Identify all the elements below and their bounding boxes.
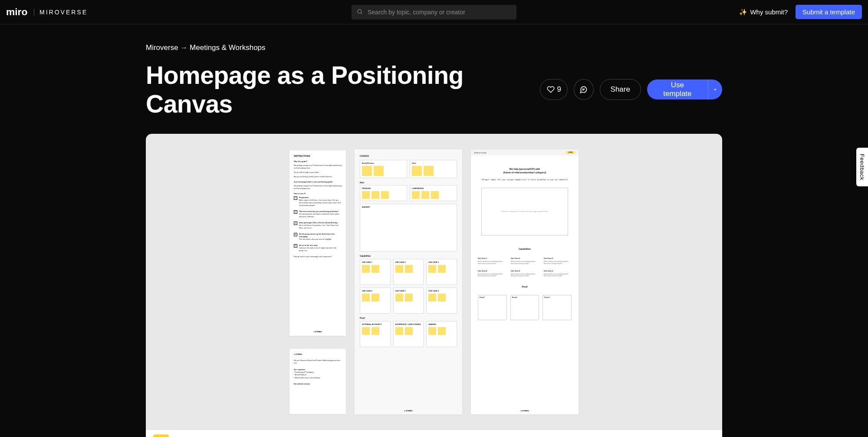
step-num: 4 (294, 233, 297, 236)
step: 2Take the canvas by your positioning wor… (294, 210, 342, 218)
header: miro MIROVERSE ✨ Why submit? Submit a te… (0, 0, 868, 24)
symbio-brand: ● SYMBIO (294, 353, 342, 356)
why-p1: Not getting enough trust? Sometimes it's… (294, 164, 342, 169)
hp-product-name: [Product name] (474, 152, 486, 154)
breadcrumb: Miroverse → Meetings & Workshops (146, 43, 722, 52)
symbio-panel[interactable]: ● SYMBIO We are Ukrainian Brand and Prod… (289, 349, 346, 414)
sparkle-icon: ✨ (739, 8, 747, 16)
pos-p: Not getting enough trust? Sometimes it's… (294, 185, 342, 190)
step-num: 1 (294, 196, 297, 200)
step-p: Continue, the work is fun. It might also… (299, 247, 342, 252)
logo[interactable]: miro MIROVERSE (6, 6, 88, 18)
hp-uc-desc: A short sentence or two clarifying what … (478, 273, 506, 277)
why-submit-link[interactable]: ✨ Why submit? (739, 8, 788, 16)
search-bar[interactable] (352, 5, 516, 20)
instructions-panel[interactable]: INSTRUCTIONS Why this guide? Not getting… (289, 150, 346, 336)
how-heading: How to use it? (294, 192, 342, 195)
like-button[interactable]: 9 (540, 79, 568, 100)
cap-title: USE CASE 5 (395, 290, 422, 292)
hp-uc-desc: A short sentence or two clarifying what … (544, 273, 572, 277)
title-row: Homepage as a Positioning Canvas 9 Share… (146, 61, 722, 118)
svg-text:miro: miro (6, 6, 27, 17)
symbio-p1: We are Ukrainian Brand and Product Marke… (294, 359, 342, 365)
breadcrumb-arrow: → (180, 43, 187, 52)
hp-header: [Product name] [CTA] (471, 149, 579, 156)
miro-logo-icon: miro (6, 6, 30, 18)
proof-box: EXPERIENCE / CASE STUDIES (393, 321, 424, 347)
why-p2: Do you talk enough to your ideal… (294, 171, 342, 174)
brand-h: Brand/Product (362, 162, 405, 164)
hp-uc-desc: A short sentence or two clarifying what … (511, 273, 539, 277)
symbio-contact: Get website canvas (294, 383, 342, 385)
feedback-tab[interactable]: Feedback (856, 148, 868, 186)
svg-line-2 (361, 13, 362, 14)
homepage-panel[interactable]: [Product name] [CTA] We help [persona/IC… (471, 149, 579, 414)
cap-title: USE CASE 2 (395, 261, 422, 263)
cap-box: USE CASE 5 (393, 288, 424, 314)
why-submit-label: Why submit? (750, 8, 788, 16)
hp-usecase: Use Case 2A short sentence or two clarif… (511, 257, 539, 264)
search-icon (357, 9, 363, 15)
cap-title: USE CASE 6 (428, 290, 455, 292)
hp-usecase: Use Case 3A short sentence or two clarif… (544, 257, 572, 264)
comp-h: COMPARISON (412, 187, 455, 189)
content: Miroverse → Meetings & Workshops Homepag… (146, 24, 722, 437)
use-template-dropdown[interactable] (708, 79, 722, 99)
canvas-viewport[interactable]: INSTRUCTIONS Why this guide? Not getting… (146, 134, 722, 430)
cap-title: USE CASE 4 (362, 290, 388, 292)
miroverse-wordmark: MIROVERSE (34, 9, 88, 16)
hp-hero-1: We help [persona/ICP] with (478, 168, 572, 171)
caps-h: Capabilities (360, 255, 457, 257)
comment-button[interactable] (574, 79, 593, 100)
hp-proof-box: Proof 2 (510, 295, 539, 320)
why-heading: Why this guide? (294, 160, 342, 163)
search-input[interactable] (368, 9, 511, 16)
problem-h: PROBLEM (362, 187, 405, 189)
pos-heading: Your homepage draft is your positioning … (294, 181, 342, 183)
hp-cta: [CTA] (566, 151, 575, 154)
proof-title: EXPERIENCE / CASE STUDIES (395, 323, 422, 325)
answer-h: ANSWER (362, 206, 455, 208)
cap-title: USE CASE 1 (362, 261, 388, 263)
cap-box: USE CASE 4 (360, 288, 391, 314)
problem-box: PROBLEM (360, 185, 407, 201)
cap-box: USE CASE 6 (426, 288, 457, 314)
cap-box: USE CASE 1 (360, 259, 391, 285)
bb-left: Homepage as a Positioning Canvas | SYMB…… (153, 434, 299, 437)
step-p: Fill in the Brand, Competitors, first. T… (299, 224, 342, 229)
hp-uc-desc: A short sentence or two clarifying what … (511, 261, 539, 264)
proof-box: AWARDS (426, 321, 457, 347)
heart-icon (547, 86, 555, 93)
hp-sub: [Product name] lets you [unique capabili… (478, 179, 572, 181)
hp-proof-title: Proof 1 (480, 297, 505, 298)
step-p: Go block by block (and don't overthink!)… (299, 213, 342, 218)
canvas-panel[interactable]: CANVAS Brand/Product Goal Hero PROBLEM (355, 149, 462, 414)
actions: 9 Share Use template (540, 79, 722, 100)
share-button[interactable]: Share (600, 79, 641, 100)
hp-placeholder: Social proof / trusted people. You might… (481, 188, 568, 235)
hero-h: Hero (360, 182, 457, 184)
hp-usecase: Use Case 6A short sentence or two clarif… (544, 270, 572, 277)
page-title: Homepage as a Positioning Canvas (146, 61, 540, 118)
hp-uc-title: Use Case 6 (544, 270, 572, 272)
hp-uc-title: Use Case 5 (511, 270, 539, 272)
instr-brand: ● SYMBIO (289, 331, 346, 333)
comp-box: COMPARISON (410, 185, 457, 201)
use-template-button[interactable]: Use template (647, 79, 708, 99)
breadcrumb-category[interactable]: Meetings & Workshops (190, 43, 265, 52)
svg-point-1 (358, 10, 362, 13)
step-h: As the group moves up the final step in … (299, 233, 342, 238)
step: 4As the group moves up the final step in… (294, 233, 342, 241)
cap-title: USE CASE 3 (428, 261, 455, 263)
hp-proof-h: Proof (478, 285, 572, 288)
step: 1PreparationMake copies of all three + b… (294, 196, 342, 207)
use-template-group: Use template (647, 79, 722, 99)
step-p: Pick the stickers that you want to highl… (299, 238, 342, 241)
submit-template-button[interactable]: Submit a template (796, 5, 862, 19)
miro-board-logo-icon (153, 434, 169, 437)
hp-uc-title: Use Case 3 (544, 257, 572, 259)
step-p: Make copies of all three + be in your te… (299, 199, 342, 207)
hp-caps-h: Capabilities (478, 248, 572, 250)
breadcrumb-root[interactable]: Miroverse (146, 43, 178, 52)
canvas-frame: INSTRUCTIONS Why this guide? Not getting… (146, 134, 722, 437)
